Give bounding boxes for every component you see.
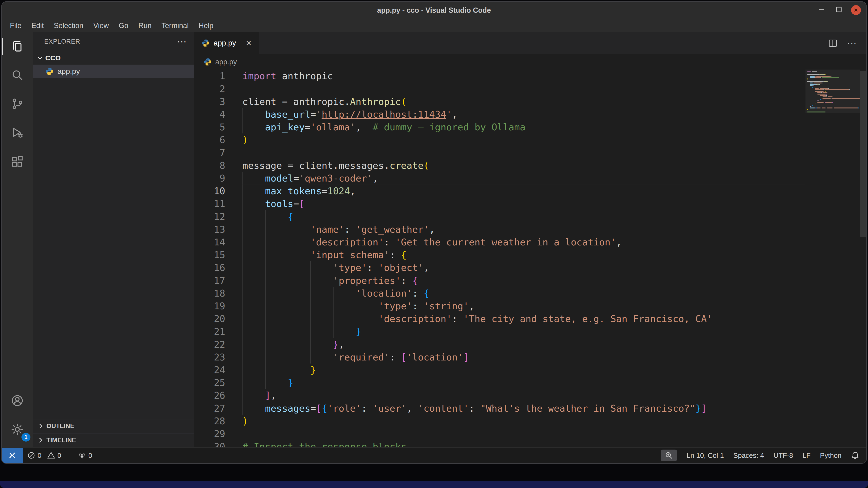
eol-indicator[interactable]: LF — [802, 451, 810, 459]
menu-view[interactable]: View — [88, 20, 114, 32]
code-token: ' — [446, 109, 452, 120]
code-content[interactable]: import anthropicclient = anthropic.Anthr… — [243, 69, 806, 447]
minimap-token — [819, 84, 820, 85]
menu-selection[interactable]: Selection — [49, 20, 88, 32]
code-token: = — [310, 403, 316, 414]
language-mode[interactable]: Python — [820, 451, 841, 459]
notifications-bell-icon[interactable] — [851, 451, 859, 459]
close-button[interactable]: × — [851, 5, 861, 15]
menu-run[interactable]: Run — [133, 20, 156, 32]
code-token: , — [271, 390, 276, 401]
menu-edit[interactable]: Edit — [26, 20, 49, 32]
scrollbar-slider[interactable] — [860, 71, 866, 237]
split-editor-icon[interactable] — [828, 38, 838, 48]
code-token: , — [452, 109, 458, 120]
code-line-27[interactable]: messages=[{'role': 'user', 'content': "W… — [243, 402, 806, 415]
code-line-11[interactable]: tools=[ — [243, 197, 806, 210]
code-line-8[interactable]: message = client.messages.create( — [243, 159, 806, 172]
minimap-token — [832, 102, 833, 103]
menu-go[interactable]: Go — [114, 20, 133, 32]
code-line-5[interactable]: api_key='ollama', # dummy — ignored by O… — [243, 121, 806, 133]
cursor-position[interactable]: Ln 10, Col 1 — [687, 451, 724, 459]
code-line-23[interactable]: 'required': ['location'] — [243, 351, 806, 363]
editor-gutter[interactable]: 1234567891011121314151617181920212223242… — [194, 69, 225, 447]
menu-help[interactable]: Help — [194, 20, 218, 32]
activity-settings[interactable]: 1 — [2, 415, 33, 444]
code-line-4[interactable]: base_url='http://localhost:11434', — [243, 108, 806, 121]
problems-indicator[interactable]: 0 0 — [23, 448, 66, 463]
code-line-29[interactable] — [243, 427, 806, 440]
tab-app-py[interactable]: app.py × — [194, 32, 258, 54]
breadcrumb[interactable]: app.py — [194, 54, 866, 70]
file-label: app.py — [58, 67, 80, 76]
code-line-3[interactable]: client = anthropic.Anthropic( — [243, 95, 806, 108]
minimap-token — [810, 107, 815, 108]
code-token: ] — [463, 352, 469, 363]
indent-guide — [288, 300, 288, 312]
remote-indicator[interactable] — [2, 448, 23, 463]
code-line-10[interactable]: max_tokens=1024, — [243, 185, 806, 197]
menu-terminal[interactable]: Terminal — [156, 20, 193, 32]
activity-accounts[interactable] — [2, 386, 33, 415]
title-bar[interactable]: app.py - cco - Visual Studio Code × — [2, 2, 867, 19]
code-line-6[interactable]: ) — [243, 133, 806, 146]
code-line-30[interactable]: # Inspect the response blocks — [243, 440, 806, 447]
sidebar-bottom-sections: OUTLINE TIMELINE — [33, 419, 194, 447]
line-number: 10 — [194, 185, 225, 197]
maximize-button[interactable] — [834, 5, 844, 15]
file-app-py[interactable]: app.py — [33, 65, 194, 78]
activity-run-debug[interactable] — [2, 118, 33, 147]
code-line-14[interactable]: 'description': 'Get the current weather … — [243, 236, 806, 249]
indent-guide — [265, 325, 266, 338]
code-line-1[interactable]: import anthropic — [243, 69, 806, 82]
ports-indicator[interactable]: 0 — [73, 448, 96, 463]
activity-search[interactable] — [2, 61, 33, 90]
more-actions-icon[interactable]: ⋯ — [177, 39, 187, 44]
editor-scrollbar[interactable] — [860, 69, 866, 447]
code-line-26[interactable]: ], — [243, 389, 806, 402]
minimap-token — [825, 91, 826, 92]
indent-guide — [265, 376, 266, 389]
code-line-25[interactable]: } — [243, 376, 806, 389]
code-token: = — [322, 186, 328, 196]
line-number: 20 — [194, 312, 225, 325]
explorer-title: EXPLORER — [44, 38, 80, 45]
minimap[interactable] — [805, 69, 860, 447]
indent-guide — [310, 338, 311, 351]
zoom-indicator[interactable] — [661, 450, 677, 461]
more-actions-icon[interactable]: ⋯ — [847, 38, 857, 48]
minimap-token — [828, 96, 833, 97]
outline-section[interactable]: OUTLINE — [33, 419, 194, 433]
code-line-17[interactable]: 'properties': { — [243, 274, 806, 287]
activity-extensions[interactable] — [2, 147, 33, 176]
code-line-22[interactable]: }, — [243, 338, 806, 351]
code-line-21[interactable]: } — [243, 325, 806, 338]
code-token: # Inspect the response blocks — [243, 441, 407, 447]
code-line-13[interactable]: 'name': 'get_weather', — [243, 223, 806, 236]
code-line-12[interactable]: { — [243, 210, 806, 223]
indent-guide — [265, 287, 266, 300]
minimize-button[interactable] — [816, 5, 827, 15]
activity-explorer[interactable] — [2, 32, 33, 61]
indentation-indicator[interactable]: Spaces: 4 — [733, 451, 764, 459]
code-line-7[interactable] — [243, 147, 806, 159]
code-line-24[interactable]: } — [243, 363, 806, 376]
code-line-15[interactable]: 'input_schema': { — [243, 249, 806, 261]
code-line-2[interactable] — [243, 83, 806, 95]
timeline-section[interactable]: TIMELINE — [33, 433, 194, 447]
code-line-18[interactable]: 'location': { — [243, 287, 806, 300]
close-tab-icon[interactable]: × — [246, 38, 251, 48]
code-token: Anthropic — [350, 96, 401, 107]
code-line-19[interactable]: 'type': 'string', — [243, 300, 806, 312]
code-line-9[interactable]: model='qwen3-coder', — [243, 172, 806, 185]
code-token: 'name' — [310, 224, 344, 235]
folder-cco[interactable]: CCO — [33, 52, 194, 65]
menu-file[interactable]: File — [5, 20, 26, 32]
code-line-16[interactable]: 'type': 'object', — [243, 261, 806, 274]
code-token: 1024 — [328, 186, 350, 196]
code-line-20[interactable]: 'description': 'The city and state, e.g.… — [243, 312, 806, 325]
minimap-token — [815, 91, 824, 92]
activity-source-control[interactable] — [2, 90, 33, 118]
code-line-28[interactable]: ) — [243, 415, 806, 427]
encoding-indicator[interactable]: UTF-8 — [773, 451, 793, 459]
